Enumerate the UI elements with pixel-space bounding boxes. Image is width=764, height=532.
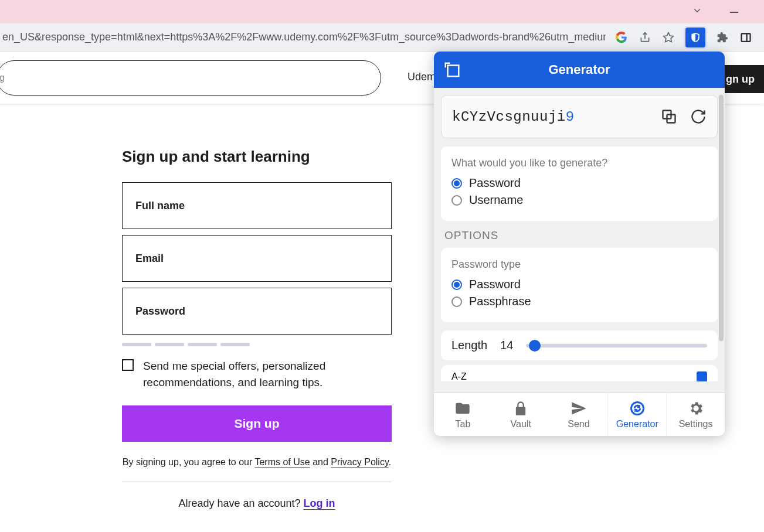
az-toggle-row: A-Z — [441, 365, 718, 381]
bitwarden-title: Generator — [548, 62, 610, 77]
share-icon[interactable] — [639, 31, 651, 44]
star-icon[interactable] — [662, 31, 675, 44]
chevron-down-icon[interactable] — [692, 5, 702, 19]
privacy-link[interactable]: Privacy Policy — [331, 457, 388, 467]
offers-checkbox[interactable] — [122, 359, 134, 371]
signup-button[interactable]: Sign up — [122, 405, 392, 442]
chrome-action-icons — [606, 28, 758, 47]
bitwarden-body: kCYzVcsgnuuji9 What would you like to ge… — [434, 88, 725, 393]
terms-link[interactable]: Terms of Use — [254, 457, 310, 467]
nav-link-udemy[interactable]: Udem — [408, 71, 436, 83]
already-account: Already have an account? Log in — [122, 497, 392, 510]
terms-text: By signing up, you agree to our Terms of… — [122, 457, 392, 482]
svg-point-7 — [631, 402, 643, 414]
length-row: Length 14 — [441, 330, 718, 360]
copy-icon[interactable] — [661, 108, 677, 125]
generated-password-card: kCYzVcsgnuuji9 — [441, 95, 718, 138]
tab-settings[interactable]: Settings — [667, 393, 725, 436]
search-input[interactable]: g — [0, 60, 381, 96]
radio-password[interactable]: Password — [451, 176, 707, 190]
panel-icon[interactable] — [739, 31, 752, 44]
extensions-icon[interactable] — [716, 31, 729, 44]
regenerate-icon[interactable] — [690, 108, 707, 125]
window-title-bar — [0, 0, 764, 23]
form-title: Sign up and start learning — [122, 148, 392, 166]
svg-rect-2 — [742, 33, 751, 41]
password-strength-meter — [122, 343, 392, 346]
az-checkbox[interactable] — [697, 371, 707, 381]
length-label: Length — [451, 339, 487, 352]
options-heading: OPTIONS — [444, 229, 718, 242]
email-field[interactable]: Email — [122, 235, 392, 282]
browser-url-bar: en_US&response_type=html&next=https%3A%2… — [0, 23, 764, 52]
google-icon[interactable] — [615, 31, 628, 44]
scrollbar[interactable] — [719, 95, 724, 341]
length-slider[interactable] — [526, 344, 707, 347]
tab-send[interactable]: Send — [550, 393, 608, 436]
svg-marker-1 — [664, 32, 674, 42]
slider-thumb[interactable] — [529, 340, 541, 352]
tab-generator[interactable]: Generator — [607, 393, 667, 436]
password-field[interactable]: Password — [122, 288, 392, 335]
radio-pwtype-password[interactable]: Password — [451, 278, 707, 291]
length-value: 14 — [500, 339, 513, 352]
password-type-label: Password type — [451, 258, 707, 271]
radio-username[interactable]: Username — [451, 193, 707, 207]
url-text[interactable]: en_US&response_type=html&next=https%3A%2… — [0, 31, 606, 43]
offers-label: Send me special offers, personalized rec… — [143, 358, 392, 390]
bitwarden-extension-icon[interactable] — [685, 28, 705, 47]
tab-vault[interactable]: Vault — [492, 393, 550, 436]
login-link[interactable]: Log in — [304, 497, 335, 509]
full-name-field[interactable]: Full name — [122, 182, 392, 229]
popout-icon[interactable] — [443, 61, 461, 79]
generate-prompt: What would you like to generate? — [451, 157, 707, 169]
password-type-card: Password type Password Passphrase — [441, 248, 718, 322]
svg-rect-4 — [448, 66, 459, 77]
az-label: A-Z — [451, 371, 467, 381]
bitwarden-tabbar: Tab Vault Send Generator Settings — [434, 393, 725, 436]
minimize-icon[interactable] — [730, 12, 738, 13]
signup-form: Sign up and start learning Full name Ema… — [122, 148, 392, 510]
radio-pwtype-passphrase[interactable]: Passphrase — [451, 295, 707, 308]
tab-tab[interactable]: Tab — [434, 393, 492, 436]
bitwarden-popup: Generator kCYzVcsgnuuji9 What would — [434, 52, 725, 436]
offers-checkbox-row: Send me special offers, personalized rec… — [122, 358, 392, 390]
generated-password: kCYzVcsgnuuji9 — [452, 109, 575, 125]
bitwarden-header: Generator — [434, 52, 725, 88]
generate-type-card: What would you like to generate? Passwor… — [441, 146, 718, 221]
